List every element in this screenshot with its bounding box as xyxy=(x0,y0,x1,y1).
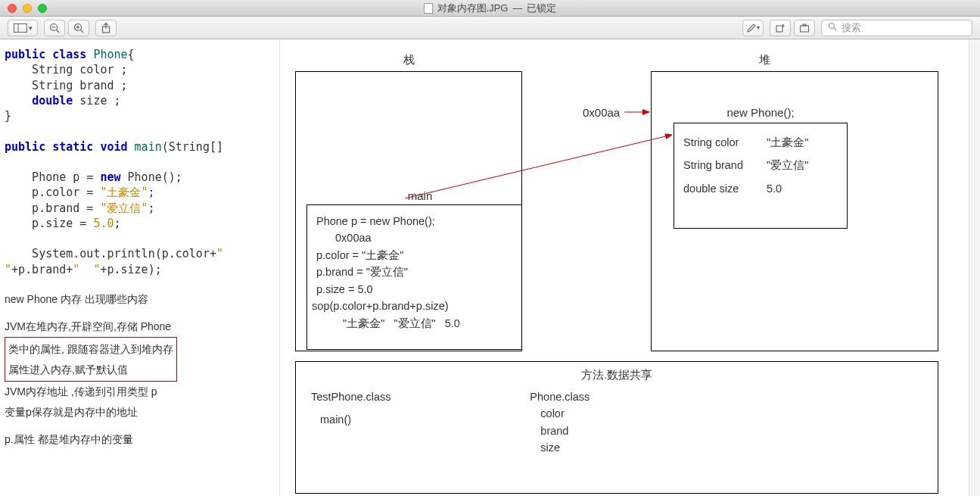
field-entry: color xyxy=(530,405,726,422)
field-name: double size xyxy=(683,177,767,200)
note-line: 变量p保存就是内存中的地址 xyxy=(5,402,275,423)
notes-block: new Phone 内存 出现哪些内容 JVM在堆内存,开辟空间,存储 Phon… xyxy=(5,289,275,450)
zoom-out-button[interactable] xyxy=(44,20,65,36)
method-area-title: 方法.数据共享 xyxy=(296,362,938,385)
svg-line-3 xyxy=(57,30,60,33)
heap-object-title: new Phone(); xyxy=(674,106,848,119)
heap-address-label: 0x00aa xyxy=(583,106,620,119)
edit-button[interactable]: ▾ xyxy=(742,20,764,36)
output-value: 5.0 xyxy=(445,317,460,329)
class-name: Phone xyxy=(93,48,127,61)
main-label: main xyxy=(306,189,534,202)
search-placeholder: 搜索 xyxy=(842,21,861,35)
main-frame-box: Phone p = new Phone(); 0x00aa p.color = … xyxy=(306,204,522,350)
search-icon xyxy=(828,22,837,33)
field-value: "土豪金" xyxy=(767,136,808,148)
toolbar: ▾ ▾ 搜索 xyxy=(0,17,980,39)
toolbox-button[interactable] xyxy=(794,20,815,36)
main-code-line: Phone p = new Phone(); xyxy=(316,213,512,229)
maximize-window-button[interactable] xyxy=(38,4,47,13)
main-addr: 0x00aa xyxy=(316,229,512,246)
source-code: public class Phone{ String color ; Strin… xyxy=(5,47,275,277)
note-line: new Phone 内存 出现哪些内容 xyxy=(5,289,275,310)
field-name: String brand xyxy=(683,154,767,176)
main-code-line: p.size = 5.0 xyxy=(316,281,512,298)
method-entry: main() xyxy=(311,411,507,428)
class-entry: Phone.class xyxy=(530,388,726,405)
field-value: 5.0 xyxy=(767,182,782,195)
svg-rect-13 xyxy=(803,24,806,26)
note-line: p.属性 都是堆内存中的变量 xyxy=(5,429,275,450)
search-input[interactable]: 搜索 xyxy=(821,20,972,36)
window-title: 对象内存图.JPG — 已锁定 xyxy=(424,2,557,15)
field-entry: size xyxy=(530,439,726,456)
share-button[interactable] xyxy=(95,20,117,36)
heap-label: 堆 xyxy=(651,53,878,67)
main-code-line: p.color = "土豪金" xyxy=(316,247,512,264)
field-name: String color xyxy=(683,131,767,154)
svg-point-14 xyxy=(829,23,835,29)
code-line: String brand ; xyxy=(5,79,128,92)
note-line: 属性进入内存,赋予默认值 xyxy=(8,360,173,380)
method-area-box: 方法.数据共享 TestPhone.class main() Phone.cla… xyxy=(295,361,938,494)
traffic-lights xyxy=(0,4,47,13)
stack-label: 栈 xyxy=(295,53,522,67)
output-value: "爱立信" xyxy=(394,317,435,329)
field-value: "爱立信" xyxy=(767,159,808,171)
field-entry: brand xyxy=(530,423,726,439)
note-line: JVM在堆内存,开辟空间,存储 Phone xyxy=(5,317,275,337)
sidebar-toggle-button[interactable]: ▾ xyxy=(8,20,38,36)
zoom-in-button[interactable] xyxy=(68,20,89,36)
svg-rect-12 xyxy=(801,26,809,32)
code-line: String color ; xyxy=(5,63,128,76)
note-line: 类中的属性, 跟随容器进入到堆内存 xyxy=(8,339,173,360)
svg-rect-0 xyxy=(14,23,26,32)
main-code-line: p.brand = "爱立信" xyxy=(316,264,512,280)
svg-line-15 xyxy=(834,28,836,30)
content-area: public class Phone{ String color ; Strin… xyxy=(0,39,980,496)
rotate-button[interactable] xyxy=(770,20,791,36)
highlighted-note-box: 类中的属性, 跟随容器进入到堆内存 属性进入内存,赋予默认值 xyxy=(5,337,177,382)
code-line: } xyxy=(5,109,11,123)
window-titlebar: 对象内存图.JPG — 已锁定 xyxy=(0,0,980,17)
output-value: "土豪金" xyxy=(343,317,384,329)
close-window-button[interactable] xyxy=(8,4,17,13)
keyword: public class xyxy=(5,48,93,61)
minimize-window-button[interactable] xyxy=(23,4,32,13)
svg-line-6 xyxy=(81,30,84,33)
lock-status-label: 已锁定 xyxy=(527,2,556,15)
file-icon xyxy=(424,3,433,14)
class-entry: TestPhone.class xyxy=(311,388,507,405)
heap-object-box: String color"土豪金" String brand"爱立信" doub… xyxy=(674,123,848,229)
main-code-line: sop(p.color+p.brand+p.size) xyxy=(312,298,512,314)
note-line: JVM内存地址 ,传递到引用类型 p xyxy=(5,382,275,402)
title-sep: — xyxy=(512,2,522,14)
left-panel: public class Phone{ String color ; Strin… xyxy=(0,39,280,496)
svg-rect-11 xyxy=(776,26,782,32)
diagram-panel: 栈 堆 main Phone p = new Phone(); 0x00aa p… xyxy=(280,39,980,496)
keyword: public static void xyxy=(5,140,135,154)
filename-label: 对象内存图.JPG xyxy=(437,2,509,15)
